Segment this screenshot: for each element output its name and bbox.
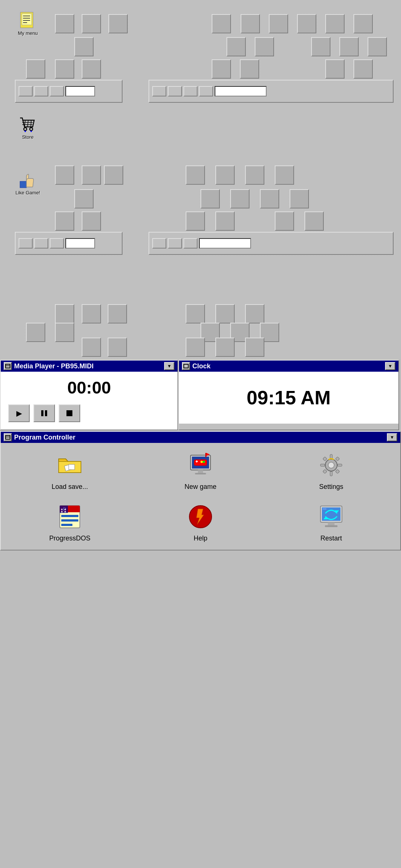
- prog-item-load-save[interactable]: Load save...: [16, 450, 124, 491]
- desktop-sq: [82, 211, 101, 231]
- desktop-sq: [339, 37, 359, 56]
- desktop-sq: [290, 189, 309, 208]
- desktop-sq: [215, 211, 235, 231]
- media-player-minimize[interactable]: ▼: [164, 362, 175, 370]
- media-player-time: 00:00: [7, 378, 172, 398]
- settings-icon: [316, 450, 346, 480]
- desktop-sq: [26, 323, 45, 342]
- toolbar-strip-2: [149, 80, 394, 103]
- desktop-sq: [230, 189, 250, 208]
- prog-item-progress-dos[interactable]: P ★ ★ ★ ★ ProgressDOS: [16, 502, 124, 542]
- svg-rect-40: [330, 471, 332, 476]
- tb-btn[interactable]: [183, 86, 198, 96]
- prog-item-help[interactable]: Help: [146, 502, 255, 542]
- svg-point-31: [200, 461, 203, 463]
- svg-rect-35: [205, 453, 206, 457]
- tb-btn[interactable]: [152, 86, 166, 96]
- tb-btn[interactable]: [34, 86, 48, 96]
- svg-rect-53: [61, 524, 72, 526]
- svg-point-32: [203, 461, 205, 463]
- svg-rect-20: [66, 410, 72, 416]
- desktop-sq: [245, 304, 264, 323]
- desktop-sq: [55, 211, 74, 231]
- desktop-sq: [240, 59, 259, 79]
- media-controls: ▶: [7, 403, 172, 424]
- program-controller-minimize[interactable]: ▼: [387, 433, 397, 441]
- tb-btn[interactable]: [34, 238, 48, 249]
- desktop-sq: [325, 59, 345, 79]
- svg-rect-16: [6, 364, 10, 368]
- desktop-sq: [260, 189, 279, 208]
- desktop-sq: [186, 338, 205, 357]
- desktop-sq: [55, 323, 74, 342]
- desktop-sq: [226, 37, 246, 56]
- desktop-icon-my-menu[interactable]: My menu: [11, 11, 45, 36]
- clock-time: 09:15 AM: [247, 387, 330, 409]
- desktop-sq: [186, 165, 205, 185]
- toolbar-display: [215, 86, 267, 96]
- svg-rect-34: [196, 460, 197, 463]
- clock-title: Clock: [192, 362, 211, 370]
- stop-button[interactable]: [59, 404, 80, 422]
- svg-point-38: [328, 462, 334, 468]
- media-player-window: Media Player - PB95.MIDI ▼ 00:00 ▶: [0, 360, 178, 430]
- svg-point-13: [25, 131, 26, 132]
- svg-point-7: [30, 128, 33, 131]
- media-player-titlebar: Media Player - PB95.MIDI ▼: [1, 361, 177, 372]
- desktop-sq: [212, 59, 231, 79]
- pause-button[interactable]: [33, 404, 55, 422]
- svg-rect-60: [328, 522, 335, 525]
- play-button[interactable]: ▶: [8, 404, 30, 422]
- program-controller-sys-button[interactable]: [4, 433, 12, 441]
- desktop-sq: [26, 59, 45, 79]
- settings-label: Settings: [319, 483, 343, 491]
- clock-minimize[interactable]: ▼: [385, 362, 395, 370]
- svg-rect-1: [22, 14, 32, 25]
- desktop-icon-store[interactable]: Store: [11, 115, 45, 140]
- svg-rect-28: [198, 470, 203, 473]
- desktop-sq: [212, 14, 231, 33]
- prog-item-restart[interactable]: Restart: [277, 502, 385, 542]
- svg-rect-46: [335, 469, 339, 473]
- prog-item-new-game[interactable]: New game: [146, 450, 255, 491]
- desktop-sq: [255, 37, 274, 56]
- desktop-sq: [82, 304, 101, 323]
- tb-btn[interactable]: [19, 238, 33, 249]
- svg-line-12: [31, 120, 31, 127]
- clock-titlebar: Clock ▼: [179, 361, 398, 372]
- prog-item-settings[interactable]: Settings: [277, 450, 385, 491]
- desktop-sq: [82, 165, 101, 185]
- desktop-sq: [245, 165, 264, 185]
- svg-rect-45: [323, 469, 327, 473]
- svg-line-11: [27, 120, 28, 127]
- tb-btn[interactable]: [19, 86, 33, 96]
- new-game-icon: [186, 450, 215, 480]
- media-player-sys-button[interactable]: [4, 362, 12, 370]
- svg-rect-25: [69, 464, 75, 470]
- desktop: My menu Store: [0, 0, 401, 360]
- tb-btn[interactable]: [50, 86, 64, 96]
- tb-btn[interactable]: [168, 238, 182, 249]
- desktop-sq: [215, 165, 235, 185]
- clock-sys-button[interactable]: [182, 362, 190, 370]
- desktop-sq: [275, 211, 294, 231]
- tb-btn[interactable]: [183, 238, 198, 249]
- my-menu-icon: [19, 11, 37, 30]
- windows-row: Media Player - PB95.MIDI ▼ 00:00 ▶: [0, 360, 401, 430]
- tb-btn[interactable]: [152, 238, 166, 249]
- desktop-icon-like-game[interactable]: Like Game!: [11, 171, 45, 195]
- desktop-sq: [104, 165, 123, 185]
- desktop-sq: [108, 14, 128, 33]
- restart-icon: [316, 502, 346, 532]
- my-menu-label: My menu: [18, 30, 38, 36]
- store-icon: [19, 115, 37, 134]
- tb-btn[interactable]: [199, 86, 213, 96]
- tb-btn[interactable]: [168, 86, 182, 96]
- svg-line-10: [25, 120, 25, 127]
- tb-btn[interactable]: [50, 238, 64, 249]
- toolbar-strip-4: [149, 232, 394, 255]
- desktop-sq: [368, 37, 387, 56]
- program-controller-window: Program Controller ▼ Load save...: [0, 431, 401, 550]
- toolbar-strip-3: [15, 232, 123, 255]
- progress-dos-label: ProgressDOS: [49, 535, 90, 542]
